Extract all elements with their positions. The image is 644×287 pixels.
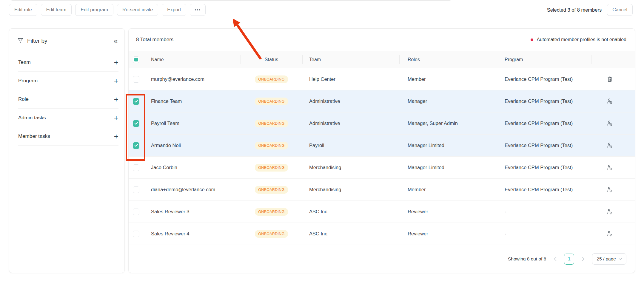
column-header-name[interactable]: Name	[147, 51, 241, 68]
member-program: -	[497, 223, 591, 245]
ellipsis-icon: •••	[195, 8, 201, 12]
filter-item[interactable]: Team +	[18, 53, 118, 72]
member-team: Merchandising	[302, 179, 399, 200]
status-badge: ONBOARDING	[255, 98, 288, 105]
status-badge: ONBOARDING	[255, 75, 288, 83]
status-badge: ONBOARDING	[255, 230, 288, 238]
previous-page-button[interactable]	[552, 254, 558, 263]
member-profile-icon[interactable]	[606, 208, 614, 216]
member-team: Administrative	[302, 112, 399, 134]
filter-item[interactable]: Role +	[18, 90, 118, 109]
table-row[interactable]: Sales Reviewer 3 ONBOARDING ASC Inc. Rev…	[129, 201, 635, 223]
member-program: Everlance CPM Program (Test)	[497, 112, 591, 134]
automated-profiles-notice: Automated member profiles is not enabled	[531, 37, 626, 42]
toolbar-right: Selected 3 of 8 members Cancel	[547, 4, 633, 16]
row-checkbox[interactable]	[133, 120, 139, 127]
next-page-button[interactable]	[580, 254, 586, 263]
table-row[interactable]: Jaco Corbin ONBOARDING Merchandising Man…	[129, 157, 635, 179]
member-program: Everlance CPM Program (Test)	[497, 135, 591, 156]
members-page: Edit role Edit team Edit program Re-send…	[0, 0, 644, 287]
row-checkbox[interactable]	[133, 186, 139, 193]
column-header-team[interactable]: Team	[302, 51, 399, 68]
table-body: murphy@everlance.com ONBOARDING Help Cen…	[129, 68, 635, 245]
member-name: Sales Reviewer 3	[147, 201, 241, 223]
select-all-checkbox[interactable]	[133, 56, 139, 63]
status-badge: ONBOARDING	[255, 208, 288, 216]
member-profile-icon[interactable]	[606, 230, 614, 238]
page-size-select[interactable]: 25 / page	[592, 253, 626, 265]
collapse-sidebar-icon[interactable]: «	[114, 37, 118, 45]
row-checkbox[interactable]	[133, 231, 139, 237]
member-roles: Manager Limited	[399, 135, 497, 156]
member-program: Everlance CPM Program (Test)	[497, 68, 591, 90]
member-profile-icon[interactable]	[606, 164, 614, 172]
more-actions-button[interactable]: •••	[190, 4, 206, 16]
table-card-header: 8 Total members Automated member profile…	[129, 29, 635, 51]
filter-list: Team + Program + Role + Admin tasks + Me…	[9, 53, 124, 146]
bulk-actions-toolbar: Edit role Edit team Edit program Re-send…	[9, 4, 633, 16]
filter-item-label: Member tasks	[18, 133, 50, 139]
member-profile-icon[interactable]	[606, 186, 614, 194]
table-row[interactable]: Finance Team ONBOARDING Administrative M…	[129, 90, 635, 112]
filter-sidebar-header: Filter by «	[9, 29, 124, 53]
member-roles: Manager Limited	[399, 157, 497, 178]
status-badge: ONBOARDING	[255, 164, 288, 172]
edit-role-button[interactable]: Edit role	[9, 4, 37, 16]
column-header-program[interactable]: Program	[497, 51, 591, 68]
table-footer: Showing 8 out of 8 1 25 / page	[129, 245, 635, 273]
row-checkbox[interactable]	[133, 98, 139, 105]
member-profile-icon[interactable]	[606, 142, 614, 149]
member-profile-icon[interactable]	[606, 120, 614, 127]
selected-count-label: Selected 3 of 8 members	[547, 7, 602, 13]
row-checkbox[interactable]	[133, 76, 139, 83]
page-size-value: 25 / page	[597, 256, 616, 262]
member-name: Payroll Team	[147, 112, 241, 134]
members-table-card: 8 Total members Automated member profile…	[128, 28, 635, 273]
table-header-row: Name Status Team Roles Program	[129, 51, 635, 68]
table-row[interactable]: Sales Reviewer 4 ONBOARDING ASC Inc. Rev…	[129, 223, 635, 245]
table-row[interactable]: Payroll Team ONBOARDING Administrative M…	[129, 112, 635, 135]
filter-item-label: Team	[18, 59, 31, 65]
filter-item-label: Program	[18, 78, 38, 84]
table-row[interactable]: diana+demo@everlance.com ONBOARDING Merc…	[129, 179, 635, 201]
member-name: Sales Reviewer 4	[147, 223, 241, 245]
member-roles: Manager	[399, 90, 497, 112]
table-row[interactable]: murphy@everlance.com ONBOARDING Help Cen…	[129, 68, 635, 90]
status-badge: ONBOARDING	[255, 186, 288, 194]
plus-icon[interactable]: +	[114, 95, 118, 103]
plus-icon[interactable]: +	[114, 58, 118, 66]
plus-icon[interactable]: +	[114, 132, 118, 140]
table-row[interactable]: Armando Noli ONBOARDING Payroll Manager …	[129, 135, 635, 157]
member-name: Jaco Corbin	[147, 157, 241, 178]
edit-program-button[interactable]: Edit program	[75, 4, 113, 16]
member-roles: Member	[399, 179, 497, 200]
row-checkbox[interactable]	[133, 209, 139, 215]
filter-item[interactable]: Admin tasks +	[18, 109, 118, 127]
filter-item[interactable]: Member tasks +	[18, 127, 118, 146]
row-checkbox[interactable]	[133, 142, 139, 149]
row-checkbox[interactable]	[133, 164, 139, 171]
member-name: diana+demo@everlance.com	[147, 179, 241, 200]
delete-icon[interactable]	[606, 75, 614, 83]
top-card-edge	[10, 0, 452, 1]
showing-count-label: Showing 8 out of 8	[508, 256, 546, 262]
member-program: Everlance CPM Program (Test)	[497, 179, 591, 200]
page-number-button[interactable]: 1	[564, 254, 574, 265]
plus-icon[interactable]: +	[114, 114, 118, 122]
status-dot-icon	[531, 38, 533, 41]
member-program: -	[497, 201, 591, 223]
member-profile-icon[interactable]	[606, 98, 614, 105]
edit-team-button[interactable]: Edit team	[41, 4, 72, 16]
plus-icon[interactable]: +	[114, 77, 118, 85]
member-team: ASC Inc.	[302, 201, 399, 223]
funnel-icon	[18, 38, 23, 44]
column-header-roles[interactable]: Roles	[399, 51, 497, 68]
notice-text: Automated member profiles is not enabled	[537, 37, 626, 42]
column-header-status[interactable]: Status	[241, 51, 302, 68]
export-button[interactable]: Export	[162, 4, 186, 16]
resend-invite-button[interactable]: Re-send invite	[117, 4, 158, 16]
filter-item[interactable]: Program +	[18, 72, 118, 90]
cancel-button[interactable]: Cancel	[607, 4, 633, 16]
member-program: Everlance CPM Program (Test)	[497, 157, 591, 178]
member-roles: Member	[399, 68, 497, 90]
